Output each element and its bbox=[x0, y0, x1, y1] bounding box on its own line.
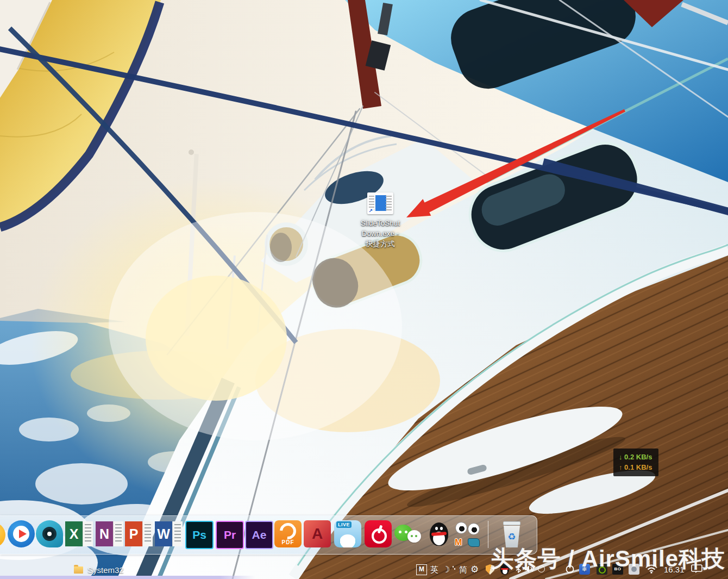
teal-blob-icon bbox=[468, 538, 480, 547]
exe-icon-blue-pane bbox=[375, 195, 386, 211]
taskbar-window-system32[interactable]: System32 bbox=[70, 563, 128, 576]
live-badge: LIVE bbox=[336, 521, 352, 528]
desktop: ↗ SlideToShut Down.exe - 快捷方式 ↓ 0.2 KB/s… bbox=[0, 0, 728, 579]
dock: X N P W Ps Pr Ae PDF A bbox=[0, 515, 537, 555]
dock-icon-premiere[interactable]: Pr bbox=[216, 521, 244, 549]
tray-ime-m-badge[interactable]: M bbox=[416, 564, 427, 575]
after-effects-letter: Ae bbox=[252, 528, 267, 541]
dock-icon-screen-camera[interactable] bbox=[36, 520, 63, 547]
shortcut-label: SlideToShut Down.exe - 快捷方式 bbox=[350, 218, 411, 249]
qq-penguin-eyes bbox=[435, 527, 438, 530]
wechat-small-bubble-icon bbox=[407, 530, 421, 543]
taskbar-window-label: System32 bbox=[87, 565, 124, 575]
tray-ime-mode[interactable]: 简 bbox=[459, 565, 467, 575]
word-letter: W bbox=[155, 521, 172, 546]
photoshop-letter: Ps bbox=[192, 528, 206, 541]
dock-icon-onenote[interactable]: N bbox=[96, 521, 124, 546]
shortcut-label-line1: SlideToShut bbox=[350, 218, 411, 228]
music-note-icon bbox=[372, 528, 387, 544]
watermark: 头条号 / AirSmile科技 bbox=[491, 544, 725, 574]
dock-icon-autocad[interactable]: A bbox=[304, 520, 331, 547]
exe-file-icon: ↗ bbox=[367, 192, 393, 214]
upload-speed: ↑ 0.1 KB/s bbox=[619, 462, 652, 472]
excel-letter: X bbox=[65, 521, 83, 546]
moon-icon[interactable]: ☽ bbox=[442, 564, 450, 575]
network-speed-overlay[interactable]: ↓ 0.2 KB/s ↑ 0.1 KB/s bbox=[613, 449, 658, 476]
shortcut-label-line2: Down.exe - bbox=[350, 228, 411, 239]
onenote-letter: N bbox=[96, 521, 113, 546]
wallpaper-sailboat bbox=[0, 0, 728, 579]
powerpoint-sheet-icon bbox=[142, 521, 153, 546]
tray-ime-language[interactable]: 英 bbox=[430, 565, 438, 575]
dock-icon-m-eyes-app[interactable]: M bbox=[454, 520, 481, 547]
play-icon bbox=[13, 526, 29, 542]
dock-icon-excel[interactable]: X bbox=[65, 521, 93, 546]
dock-icon-after-effects[interactable]: Ae bbox=[245, 521, 273, 549]
bottom-edge-strip bbox=[0, 576, 255, 579]
premiere-letter: Pr bbox=[224, 528, 236, 541]
dock-icon-qq[interactable] bbox=[425, 520, 453, 547]
word-sheet-icon bbox=[172, 521, 183, 546]
powerpoint-letter: P bbox=[125, 521, 142, 546]
m-letter-badge: M bbox=[455, 538, 462, 547]
dock-icon-netease-music[interactable] bbox=[365, 520, 392, 547]
shortcut-label-line3: 快捷方式 bbox=[350, 239, 411, 249]
recycle-bin-lid bbox=[503, 521, 520, 525]
dock-icon-wechat[interactable] bbox=[394, 520, 422, 547]
dock-icon-hidden-app[interactable] bbox=[0, 522, 5, 547]
googly-eye-icon bbox=[455, 522, 467, 534]
camera-lens-icon bbox=[42, 527, 57, 541]
qq-penguin-icon bbox=[430, 522, 448, 546]
dock-icon-word[interactable]: W bbox=[155, 521, 183, 546]
googly-eye-icon bbox=[468, 523, 480, 535]
dock-divider bbox=[488, 521, 488, 548]
dock-icon-foxit-pdf[interactable]: PDF bbox=[274, 520, 302, 547]
gear-icon[interactable]: ⚙ bbox=[470, 564, 479, 575]
dock-icon-bilibili-live[interactable]: LIVE bbox=[334, 520, 361, 547]
folder-icon bbox=[74, 566, 83, 574]
dock-icon-photoshop[interactable]: Ps bbox=[185, 521, 214, 549]
dock-icon-powerpoint[interactable]: P bbox=[125, 521, 153, 546]
autocad-letter: A bbox=[312, 525, 323, 543]
desktop-shortcut-slidetoshutdown[interactable]: ↗ SlideToShut Down.exe - 快捷方式 bbox=[350, 192, 411, 249]
excel-sheet-icon bbox=[83, 521, 93, 546]
foxit-pdf-label: PDF bbox=[274, 539, 302, 545]
dock-icon-video-player[interactable] bbox=[8, 520, 35, 547]
download-speed: ↓ 0.2 KB/s bbox=[619, 452, 652, 462]
anime-face-icon bbox=[339, 534, 356, 547]
onenote-sheet-icon bbox=[113, 521, 123, 546]
shortcut-arrow-icon: ↗ bbox=[368, 208, 374, 214]
